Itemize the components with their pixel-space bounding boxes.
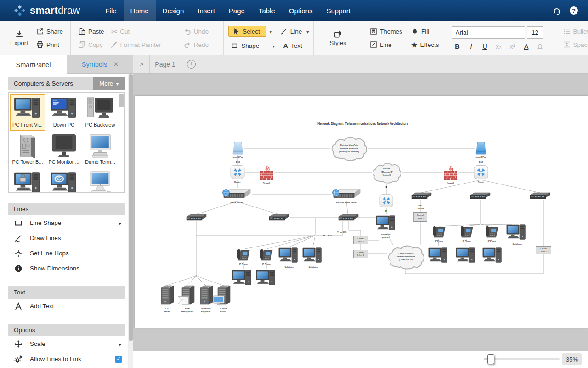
sidebar-item-draw-lines[interactable]: Draw Lines xyxy=(0,230,133,246)
paste-button[interactable]: Paste xyxy=(75,27,107,36)
sidebar-item-line-shape[interactable]: Line Shape xyxy=(0,215,133,230)
phone-node[interactable] xyxy=(433,226,445,237)
select-dropdown[interactable] xyxy=(270,27,272,35)
menu-file[interactable]: File xyxy=(98,0,123,21)
sidebar-item-allow-lines-to-link[interactable]: Allow Lines to Link✓ xyxy=(0,351,133,367)
sidebar-item-set-line-hops[interactable]: Set Line Hops xyxy=(0,246,133,261)
checkbox-checked[interactable]: ✓ xyxy=(115,356,122,363)
menu-design[interactable]: Design xyxy=(156,0,191,21)
menu-support[interactable]: Support xyxy=(319,0,357,21)
computer-node[interactable] xyxy=(507,225,526,239)
page-nav-arrow[interactable]: > xyxy=(134,55,150,73)
firewall-node[interactable] xyxy=(444,166,457,180)
computer-node[interactable] xyxy=(483,248,502,262)
pc-monitor-back-symbol[interactable]: PC Monitor ... xyxy=(46,131,82,168)
font-color-button[interactable]: A xyxy=(520,43,532,50)
switch-node[interactable] xyxy=(187,214,206,220)
sidebar-item-add-text[interactable]: Add Text xyxy=(0,299,133,314)
switch-node[interactable] xyxy=(412,193,431,199)
pc-front-view-symbol[interactable]: PC Front Vi... xyxy=(10,94,45,131)
connector-line[interactable] xyxy=(196,276,224,286)
cd-pc-symbol[interactable] xyxy=(46,168,82,193)
sidebar-item-scale[interactable]: Scale xyxy=(0,336,133,351)
effects-button[interactable]: ★Effects xyxy=(408,40,441,49)
menu-home[interactable]: Home xyxy=(124,0,156,21)
tab-symbols[interactable]: Symbols xyxy=(67,55,133,73)
phone-node[interactable] xyxy=(260,249,272,260)
switch-node[interactable] xyxy=(530,193,550,199)
export-button[interactable]: Export xyxy=(5,30,34,46)
add-page-icon[interactable] xyxy=(181,55,201,73)
phone-node[interactable] xyxy=(237,249,249,260)
phone-node[interactable] xyxy=(461,226,473,237)
cloud-node[interactable] xyxy=(373,163,401,183)
line-tool-dropdown[interactable] xyxy=(306,27,309,35)
tab-page-1[interactable]: Page 1 xyxy=(150,55,181,73)
canvas-area[interactable]: Network Diagram: Telecommunications Netw… xyxy=(133,74,588,351)
zoom-slider-track[interactable] xyxy=(488,358,560,360)
underline-button[interactable]: U xyxy=(479,43,491,50)
insert-symbol-button[interactable]: Ω xyxy=(534,43,546,50)
rackserver-node[interactable] xyxy=(333,189,361,198)
connector-line[interactable] xyxy=(245,236,315,249)
menu-options[interactable]: Options xyxy=(282,0,320,21)
chevron-down-icon[interactable] xyxy=(119,340,121,348)
subscript-button[interactable]: x₂ xyxy=(493,43,505,50)
rackserver-node[interactable] xyxy=(223,189,251,198)
menu-page[interactable]: Page xyxy=(222,0,252,21)
dot-node[interactable] xyxy=(385,210,387,212)
menu-table[interactable]: Table xyxy=(252,0,282,21)
format-painter-button[interactable]: Format Painter xyxy=(107,40,164,49)
tower-node[interactable] xyxy=(200,286,213,304)
locked-pc-symbol[interactable] xyxy=(10,168,45,193)
router-node[interactable] xyxy=(474,166,488,179)
connector-line[interactable] xyxy=(481,224,512,225)
fill-button[interactable]: Fill xyxy=(408,27,432,36)
connector-line[interactable] xyxy=(481,180,540,193)
switch-node[interactable] xyxy=(269,214,289,220)
more-button[interactable]: More xyxy=(93,77,125,90)
sidebar-scrollbar[interactable] xyxy=(128,74,133,368)
switch-node[interactable] xyxy=(470,193,490,199)
envelope-node[interactable] xyxy=(178,297,189,304)
imac-symbol[interactable] xyxy=(82,168,118,193)
computer-node[interactable] xyxy=(456,248,475,262)
router-node[interactable] xyxy=(380,194,393,207)
sq-node[interactable] xyxy=(386,186,387,188)
connector-line[interactable] xyxy=(196,276,206,286)
router-node[interactable] xyxy=(231,166,244,179)
font-size-input[interactable] xyxy=(527,26,543,39)
support-headset-icon[interactable] xyxy=(552,6,561,15)
connector-line[interactable] xyxy=(267,236,315,249)
connector-line[interactable] xyxy=(313,236,315,247)
cut-button[interactable]: ✂Cut xyxy=(109,27,133,36)
symbol-grid-scrollbar[interactable] xyxy=(119,94,124,107)
pc-backview-symbol[interactable]: PC Backview xyxy=(82,94,118,131)
computer-node[interactable] xyxy=(279,248,298,262)
switch-node[interactable] xyxy=(339,214,358,220)
help-icon[interactable]: ? xyxy=(570,6,578,15)
superscript-button[interactable]: x² xyxy=(507,43,519,50)
connector-line[interactable] xyxy=(237,201,279,214)
styles-button[interactable]: Styles xyxy=(324,30,352,46)
tower-node[interactable] xyxy=(161,286,174,304)
dumb-terminal-symbol[interactable]: Dumb Term... xyxy=(82,131,118,168)
firewall-node[interactable] xyxy=(260,166,273,180)
computer-node[interactable] xyxy=(376,216,395,230)
sidebar-item-show-dimensions[interactable]: Show Dimensions xyxy=(0,261,133,276)
l3pop-node[interactable] xyxy=(476,142,486,154)
computer-node[interactable] xyxy=(232,270,251,285)
zoom-slider-thumb[interactable] xyxy=(487,354,494,364)
computer-node[interactable] xyxy=(256,270,275,285)
italic-button[interactable]: I xyxy=(465,43,477,50)
chevron-down-icon[interactable] xyxy=(119,219,121,227)
close-icon[interactable] xyxy=(113,60,118,69)
spacing-button[interactable]: Spacing xyxy=(560,40,588,49)
bold-button[interactable]: B xyxy=(452,43,464,50)
down-pc-symbol[interactable]: Down PC xyxy=(46,94,82,131)
copy-button[interactable]: Copy xyxy=(75,40,106,49)
phone-node[interactable] xyxy=(486,226,498,237)
line-tool-button[interactable]: Line xyxy=(277,27,305,36)
menu-insert[interactable]: Insert xyxy=(191,0,222,21)
select-tool-button[interactable]: Select xyxy=(228,26,266,37)
